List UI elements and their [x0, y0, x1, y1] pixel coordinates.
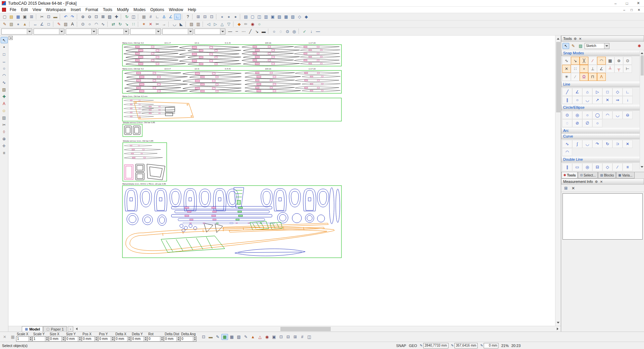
spinner-down-icon[interactable]	[127, 339, 130, 341]
measure-distance[interactable]: ↔	[32, 21, 39, 27]
circle-3-point[interactable]: ◯	[592, 111, 602, 119]
spinner-down-icon[interactable]	[111, 339, 114, 341]
panel-tab-selection[interactable]: ⊡Select...	[578, 172, 598, 179]
snap-none[interactable]: ∿	[562, 57, 571, 65]
palette-select[interactable]: ↖	[562, 43, 569, 49]
palette-scroll-up-icon[interactable]	[641, 51, 643, 54]
spinner-down-icon[interactable]	[193, 339, 196, 341]
line-perpendicular[interactable]: ∟	[623, 88, 633, 96]
ellipse[interactable]: ◌	[562, 119, 572, 127]
spinner-up-icon[interactable]	[45, 337, 48, 339]
circle-style-center[interactable]: ⊙	[284, 29, 291, 35]
view-front[interactable]: ▧	[289, 14, 296, 20]
tab-scroll-left-button[interactable]: ‹	[68, 326, 73, 332]
insp-grid-c[interactable]: ▧	[235, 334, 242, 340]
spinner-down-icon[interactable]	[45, 339, 48, 341]
dropdown-arrow-icon[interactable]	[123, 29, 128, 34]
arc-tool[interactable]: ◠	[93, 21, 100, 27]
erase-tool[interactable]: ◊	[1, 129, 8, 135]
hatch-tool[interactable]: ▨	[1, 114, 8, 121]
scroll-right-icon[interactable]	[555, 326, 561, 332]
snap-magnetic[interactable]: Ω	[580, 73, 588, 81]
spinner-up-icon[interactable]	[127, 337, 130, 339]
show-grid[interactable]: ▦	[141, 14, 147, 20]
delta-dist-input[interactable]: 0 mm	[164, 336, 180, 342]
spinner[interactable]	[176, 337, 180, 341]
curve-bezier[interactable]: ∫	[572, 140, 582, 148]
paste[interactable]: ▬	[52, 14, 59, 20]
style-set-combo[interactable]: Sketch	[585, 43, 609, 49]
snap-vertex[interactable]: ↘	[571, 57, 580, 65]
insp-flag[interactable]: ▲	[250, 334, 256, 340]
gear-icon[interactable]: ⚙	[595, 180, 598, 184]
spline-tool[interactable]: ∿	[100, 21, 106, 27]
snap-base[interactable]: ┬	[614, 65, 623, 73]
scale-y-input[interactable]: 1	[33, 336, 49, 342]
palette-scrollbar[interactable]	[640, 51, 644, 169]
menu-item[interactable]: Window	[166, 7, 185, 13]
measurement-clear[interactable]: ✕	[570, 185, 577, 191]
spinner-down-icon[interactable]	[160, 339, 163, 341]
zoom-window[interactable]: ⊡	[93, 14, 100, 20]
dimension-tool[interactable]: ↔	[1, 58, 8, 64]
inspector-table[interactable]: ▦	[9, 334, 16, 340]
spinner-up-icon[interactable]	[62, 337, 65, 339]
insp-grid-on[interactable]: ▦	[221, 334, 228, 340]
snap-intersection[interactable]: ╳	[580, 57, 588, 65]
move-tool[interactable]: ✚	[1, 93, 8, 100]
viewport-single[interactable]: ▤	[243, 14, 249, 20]
coord-x-field[interactable]: 2840,7733 mm	[423, 343, 448, 348]
maximize-button[interactable]: □	[621, 0, 633, 6]
hatch-style[interactable]: ▨	[62, 21, 69, 27]
rectangle-tool[interactable]: □	[1, 51, 8, 57]
local-cs[interactable]: ∟	[174, 14, 181, 20]
snap-cross[interactable]: ✕	[562, 65, 571, 73]
insp-copy[interactable]: ⊡	[200, 334, 207, 340]
curve-revision-cloud[interactable]: ↷	[592, 140, 602, 148]
snap-grid[interactable]: ▦	[606, 57, 614, 65]
close-button[interactable]: ✕	[633, 0, 644, 6]
insp-grid-b[interactable]: ▦	[228, 334, 235, 340]
zoom-level[interactable]: 21%	[501, 344, 508, 348]
dline-single[interactable]: ∕	[612, 163, 623, 171]
view-back[interactable]: ◆	[303, 14, 310, 20]
line-style-solid[interactable]: —	[227, 29, 233, 35]
spinner[interactable]	[127, 337, 130, 341]
zoom-previous[interactable]: ▧	[106, 14, 113, 20]
palette-materials[interactable]: ✱	[636, 43, 643, 49]
snap-perpendicular[interactable]: ⊥	[588, 65, 597, 73]
dropdown-arrow-icon[interactable]	[91, 29, 96, 34]
property-combo-5[interactable]	[130, 29, 161, 35]
coord-z-field[interactable]: 0 mm	[484, 343, 498, 348]
zoom-extents[interactable]: ⊠	[100, 14, 106, 20]
curve-fit[interactable]: ⊃	[612, 140, 623, 148]
vertical-scroll-thumb[interactable]	[556, 42, 560, 112]
mdi-close-button[interactable]: ✕	[635, 7, 643, 12]
snap-tangent[interactable]: ∘	[580, 65, 588, 73]
close-icon[interactable]: ✕	[579, 37, 582, 41]
aerial-view[interactable]: ◫	[130, 14, 137, 20]
viewport-two[interactable]: ▢	[249, 14, 256, 20]
mdi-restore-button[interactable]: □	[628, 7, 635, 12]
hatch-fill[interactable]: ▨	[188, 21, 195, 27]
line-polygon[interactable]: ⌂	[582, 88, 592, 96]
line-parallel[interactable]: ∥	[562, 96, 572, 104]
reset-style[interactable]: —	[315, 29, 321, 35]
spinner-down-icon[interactable]	[62, 339, 65, 341]
circle-style-outline[interactable]: ○	[271, 29, 277, 35]
spinner-up-icon[interactable]	[193, 337, 196, 339]
fillet[interactable]: ◡	[171, 21, 178, 27]
point-tool[interactable]: •	[1, 44, 8, 50]
spinner-down-icon[interactable]	[144, 339, 147, 341]
minimize-button[interactable]: –	[610, 0, 621, 6]
circle-style-double[interactable]: ◎	[291, 29, 298, 35]
align-left[interactable]: ◁	[205, 21, 212, 27]
table-properties[interactable]: ⊟	[202, 14, 208, 20]
scroll-up-icon[interactable]	[555, 36, 561, 41]
spline-tool[interactable]: ∿	[1, 79, 8, 86]
spinner[interactable]	[78, 337, 81, 341]
curve-arc[interactable]: ◡	[582, 140, 592, 148]
view-top[interactable]: ▩	[283, 14, 289, 20]
dropdown-arrow-icon[interactable]	[220, 29, 225, 34]
scroll-down-icon[interactable]	[555, 320, 561, 326]
